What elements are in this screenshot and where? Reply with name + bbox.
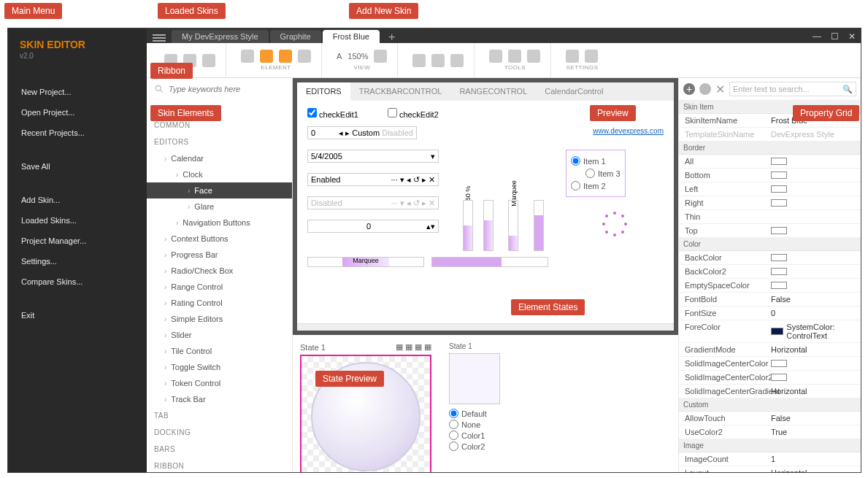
- pg-border-right[interactable]: Right: [679, 196, 861, 210]
- tab-frost-blue[interactable]: Frost Blue: [323, 30, 380, 43]
- menu-exit[interactable]: Exit: [8, 305, 147, 325]
- palette-icon[interactable]: [241, 50, 254, 63]
- pg-forecolor[interactable]: ForeColorSystemColor: ControlText: [679, 320, 861, 343]
- view-a-icon[interactable]: [489, 50, 502, 63]
- tab-graphite[interactable]: Graphite: [270, 30, 321, 43]
- pg-solidcolor[interactable]: SolidImageCenterColor: [679, 357, 861, 371]
- checkedit2[interactable]: checkEdit2: [388, 108, 439, 119]
- picker-icon[interactable]: [450, 54, 464, 67]
- prop-search-input[interactable]: Enter text to search... 🔍: [729, 82, 856, 96]
- swatch-a-icon[interactable]: [260, 50, 273, 63]
- preview-link[interactable]: www.devexpress.com: [593, 127, 664, 135]
- font-icon[interactable]: A: [337, 52, 342, 61]
- pg-border-bottom[interactable]: Bottom: [679, 169, 861, 182]
- pg-border-all[interactable]: All: [679, 155, 861, 169]
- grid-icons[interactable]: ▦ ▦ ▦ ▦: [396, 342, 431, 352]
- cat-tab[interactable]: TAB: [147, 407, 292, 424]
- cat-docking[interactable]: DOCKING: [147, 424, 292, 441]
- gear-icon[interactable]: [585, 50, 598, 63]
- paint-icon[interactable]: [431, 54, 445, 67]
- fit-icon[interactable]: [527, 50, 540, 63]
- tree-radio[interactable]: Radio/Check Box: [147, 263, 292, 279]
- pg-usecolor2[interactable]: UseColor2True: [679, 425, 861, 439]
- tree-glare[interactable]: Glare: [147, 198, 292, 215]
- prop-close-icon[interactable]: ✕: [715, 82, 725, 96]
- radio-item3[interactable]: Item 3: [585, 169, 621, 178]
- reload-icon[interactable]: [374, 50, 387, 63]
- prev-tab-calendar[interactable]: CalendarControl: [536, 82, 612, 101]
- preview-scrollbar[interactable]: [297, 323, 674, 331]
- minimize-icon[interactable]: —: [813, 31, 821, 42]
- tree-range[interactable]: Range Control: [147, 279, 292, 295]
- menu-open-project[interactable]: Open Project...: [8, 102, 147, 123]
- tree-context[interactable]: Context Buttons: [147, 231, 292, 247]
- settings-a-icon[interactable]: [566, 50, 579, 63]
- tree-calendar[interactable]: Calendar: [147, 150, 292, 166]
- tab-add-button[interactable]: +: [383, 31, 401, 43]
- state-none[interactable]: None: [449, 420, 500, 429]
- pg-backcolor2[interactable]: BackColor2: [679, 265, 861, 279]
- pg-border-thin[interactable]: Thin: [679, 210, 861, 224]
- tree-nav-buttons[interactable]: Navigation Buttons: [147, 215, 292, 231]
- zoom-in-icon[interactable]: [508, 50, 521, 63]
- radio-item1[interactable]: Item 1: [571, 156, 621, 166]
- tree-token[interactable]: Token Control: [147, 375, 292, 391]
- tab-my-devexpress[interactable]: My DevExpress Style: [172, 30, 269, 43]
- prev-tab-trackbar[interactable]: TRACKBARCONTROL: [350, 82, 451, 101]
- checkedit1[interactable]: checkEdit1: [307, 108, 358, 119]
- menu-loaded-skins[interactable]: Loaded Skins...: [8, 210, 147, 231]
- menu-new-project[interactable]: New Project...: [8, 82, 147, 102]
- tree-track[interactable]: Track Bar: [147, 391, 292, 407]
- refresh-icon[interactable]: [202, 54, 215, 67]
- date-edit[interactable]: 5/4/2005▾: [307, 150, 439, 163]
- menu-save-all[interactable]: Save All: [8, 156, 147, 177]
- menu-recent-projects[interactable]: Recent Projects...: [8, 123, 147, 143]
- close-icon[interactable]: ✕: [848, 31, 856, 42]
- swatch-b-icon[interactable]: [279, 50, 292, 63]
- prop-add-icon[interactable]: +: [683, 83, 695, 95]
- pg-imagecount[interactable]: ImageCount1: [679, 452, 861, 466]
- pg-solidcolor2[interactable]: SolidImageCenterColor2: [679, 371, 861, 385]
- state-thumb[interactable]: [449, 353, 500, 404]
- prop-orb-icon[interactable]: [699, 83, 711, 95]
- pg-layout[interactable]: LayoutHorizontal: [679, 466, 861, 472]
- tree-simple[interactable]: Simple Editors: [147, 311, 292, 327]
- tree-slider[interactable]: Slider: [147, 327, 292, 343]
- state-color2[interactable]: Color2: [449, 442, 500, 451]
- pg-gradientmode[interactable]: GradientModeHorizontal: [679, 343, 861, 357]
- cat-bars[interactable]: BARS: [147, 441, 292, 458]
- pg-border-top[interactable]: Top: [679, 224, 861, 238]
- maximize-icon[interactable]: ☐: [830, 31, 839, 42]
- zoom-value[interactable]: 150%: [347, 52, 368, 61]
- tree-tile[interactable]: Tile Control: [147, 343, 292, 359]
- menu-compare-skins[interactable]: Compare Skins...: [8, 271, 147, 292]
- prev-tab-range[interactable]: RANGECONTROL: [450, 82, 536, 101]
- pg-backcolor[interactable]: BackColor: [679, 251, 861, 265]
- pg-allowtouch[interactable]: AllowTouchFalse: [679, 412, 861, 425]
- pg-fontsize[interactable]: FontSize0: [679, 307, 861, 320]
- tree-rating[interactable]: Rating Control: [147, 295, 292, 311]
- radio-item2[interactable]: Item 2: [571, 181, 621, 190]
- state-color1[interactable]: Color1: [449, 431, 500, 440]
- search-input[interactable]: [169, 85, 285, 93]
- cat-ribbon[interactable]: RIBBON: [147, 458, 292, 472]
- pg-border-left[interactable]: Left: [679, 182, 861, 196]
- menu-project-manager[interactable]: Project Manager...: [8, 231, 147, 251]
- state-default[interactable]: Default: [449, 409, 500, 418]
- menu-settings[interactable]: Settings...: [8, 251, 147, 271]
- pg-emptyspacecolor[interactable]: EmptySpaceColor: [679, 279, 861, 293]
- number-edit[interactable]: 0▴▾: [307, 220, 439, 233]
- spin-edit[interactable]: 0◂ ▸ Custom Disabled: [307, 126, 417, 139]
- menu-add-skin[interactable]: Add Skin...: [8, 190, 147, 210]
- hamburger-icon[interactable]: [153, 33, 166, 43]
- tree-progress[interactable]: Progress Bar: [147, 247, 292, 263]
- cat-editors[interactable]: EDITORS: [147, 134, 292, 150]
- tree-toggle[interactable]: Toggle Switch: [147, 359, 292, 375]
- tree-clock[interactable]: Clock: [147, 166, 292, 182]
- brush-icon[interactable]: [298, 50, 311, 63]
- tree-face[interactable]: Face: [147, 182, 292, 198]
- prev-tab-editors[interactable]: EDITORS: [297, 82, 350, 101]
- pg-solidgradient[interactable]: SolidImageCenterGradientHorizontal: [679, 385, 861, 398]
- pointer-icon[interactable]: [412, 54, 426, 67]
- pg-fontbold[interactable]: FontBoldFalse: [679, 293, 861, 307]
